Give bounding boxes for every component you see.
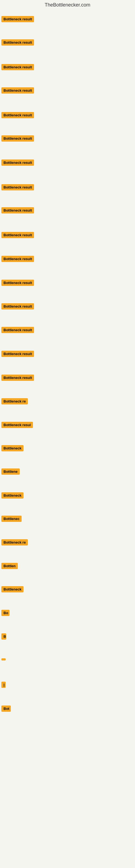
bottleneck-item: Bottleneck result: [1, 159, 34, 167]
bottleneck-badge[interactable]: Bottleneck: [1, 445, 24, 452]
bottleneck-item: Bottleneck: [1, 445, 24, 453]
bottleneck-item: Bottleneck result: [1, 135, 34, 143]
bottleneck-badge[interactable]: [1, 658, 6, 660]
bottleneck-item: Bottleneck result: [1, 327, 34, 334]
bottleneck-item: B: [1, 633, 6, 641]
bottleneck-badge[interactable]: Bottleneck result: [1, 135, 34, 142]
bottleneck-item: Bottleneck resul: [1, 422, 33, 429]
bottleneck-item: Bottleneck result: [1, 232, 34, 239]
bottleneck-badge[interactable]: Bottleneck result: [1, 207, 34, 214]
bottleneck-badge[interactable]: Bo: [1, 610, 9, 616]
bottleneck-item: Bottlene: [1, 468, 20, 476]
bottleneck-badge[interactable]: Bottleneck result: [1, 280, 34, 286]
site-title: TheBottlenecker.com: [0, 0, 135, 9]
bottleneck-item: Bottlen: [1, 563, 18, 570]
bottleneck-item: Bottleneck: [1, 586, 24, 593]
bottleneck-item: Bottleneck result: [1, 16, 34, 23]
bottleneck-item: Bottleneck result: [1, 112, 34, 119]
bottleneck-item: Bot: [1, 706, 11, 713]
bottleneck-badge[interactable]: Bottleneck result: [1, 39, 34, 45]
bottleneck-badge[interactable]: Bottleneck result: [1, 303, 34, 310]
bottleneck-badge[interactable]: Bottlen: [1, 563, 18, 569]
bottleneck-item: Bottlenec: [1, 516, 21, 523]
bottleneck-badge[interactable]: Bottlenec: [1, 516, 21, 522]
bottleneck-item: Bottleneck result: [1, 351, 34, 358]
bottleneck-item: Bottleneck result: [1, 256, 34, 263]
bottleneck-item: Bottleneck result: [1, 303, 34, 311]
bottleneck-item: Bottleneck: [1, 492, 24, 500]
bottleneck-item: Bottleneck re: [1, 539, 28, 547]
bottleneck-badge[interactable]: Bottleneck re: [1, 398, 28, 404]
bottleneck-badge[interactable]: Bottleneck resul: [1, 422, 33, 428]
bottleneck-item: Bottleneck result: [1, 207, 34, 215]
bottleneck-item: Bottleneck result: [1, 39, 34, 46]
bottleneck-item: Bottleneck result: [1, 87, 34, 95]
bottleneck-badge[interactable]: Bot: [1, 706, 11, 712]
bottleneck-badge[interactable]: Bottleneck result: [1, 327, 34, 333]
bottleneck-badge[interactable]: Bottleneck result: [1, 112, 34, 118]
bottleneck-item: Bottleneck result: [1, 64, 34, 71]
bottleneck-item: Bo: [1, 610, 9, 617]
bottleneck-badge[interactable]: |: [1, 682, 6, 688]
bottleneck-badge[interactable]: Bottleneck result: [1, 184, 34, 190]
bottleneck-item: Bottleneck result: [1, 280, 34, 287]
bottleneck-item: Bottleneck result: [1, 375, 34, 382]
bottleneck-badge[interactable]: Bottleneck result: [1, 375, 34, 381]
bottleneck-badge[interactable]: Bottleneck result: [1, 351, 34, 357]
bottleneck-item: Bottleneck re: [1, 398, 28, 405]
bottleneck-badge[interactable]: Bottleneck result: [1, 232, 34, 238]
bottleneck-badge[interactable]: Bottleneck result: [1, 16, 34, 22]
bottleneck-badge[interactable]: Bottleneck result: [1, 64, 34, 70]
bottleneck-item: Bottleneck result: [1, 184, 34, 191]
bottleneck-badge[interactable]: Bottleneck result: [1, 87, 34, 94]
bottleneck-badge[interactable]: B: [1, 633, 6, 640]
bottleneck-item: [1, 657, 6, 661]
bottleneck-badge[interactable]: Bottleneck result: [1, 256, 34, 262]
bottleneck-badge[interactable]: Bottleneck: [1, 492, 24, 499]
bottleneck-badge[interactable]: Bottleneck result: [1, 159, 34, 166]
bottleneck-badge[interactable]: Bottleneck: [1, 586, 24, 592]
bottleneck-item: |: [1, 682, 6, 689]
bottleneck-badge[interactable]: Bottlene: [1, 468, 20, 475]
bottleneck-badge[interactable]: Bottleneck re: [1, 539, 28, 546]
